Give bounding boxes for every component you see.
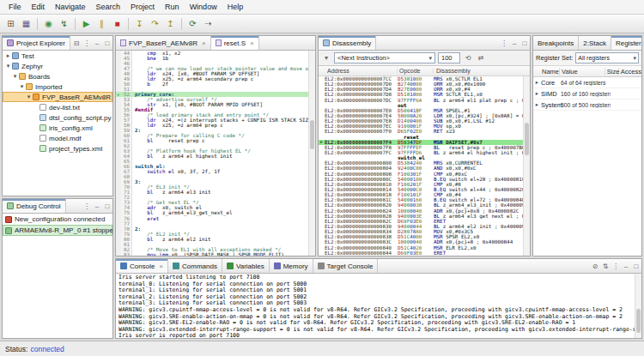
tree-item-project-types-xml[interactable]: project_types.xml	[3, 143, 112, 154]
column-header-value[interactable]: Value	[560, 68, 605, 75]
register-group-core[interactable]: ▸Core64 of 64 registers	[533, 77, 641, 88]
scrollbar-thumb[interactable]	[636, 309, 641, 333]
scrollbar-thumb[interactable]	[310, 120, 314, 149]
close-icon[interactable]: ×	[159, 262, 163, 270]
minimize-icon[interactable]: –	[92, 36, 102, 50]
column-header-name[interactable]: Name	[533, 68, 560, 75]
view-menu-icon[interactable]: ⋮	[499, 36, 509, 50]
console-tab-commands[interactable]: Commands	[168, 259, 222, 273]
clear-console-icon[interactable]: ⊘	[590, 259, 600, 273]
debug-control-header: Debug Control ⋮ – □	[3, 199, 112, 214]
console-scrollbar[interactable]	[635, 274, 641, 338]
step-over-icon[interactable]: ↷	[148, 16, 162, 31]
tree-item-test[interactable]: ▸Test	[3, 51, 112, 61]
console-tab-memory[interactable]: Memory	[270, 259, 313, 273]
code-line[interactable]: 83 mov_imm x0, (SPSR_DAIF_MASK | SPSR_MO…	[116, 252, 315, 256]
menu-run[interactable]: Run	[160, 2, 185, 12]
menu-file[interactable]: File	[3, 2, 27, 12]
column-header-size[interactable]: Size	[605, 68, 619, 75]
expand-toggle-icon[interactable]: ▾	[11, 73, 19, 80]
disassembly-tab[interactable]: Disassembly	[319, 36, 376, 50]
console-tab-variables[interactable]: Variables	[222, 259, 270, 273]
tab-2-stack[interactable]: 2:Stack	[579, 36, 611, 50]
minimize-icon[interactable]: –	[509, 36, 519, 50]
column-header-access[interactable]: Access	[619, 68, 641, 75]
resume-icon[interactable]: ▶	[79, 16, 94, 31]
console-tab-console[interactable]: Console×	[116, 259, 168, 273]
variables-icon	[227, 262, 234, 269]
save-icon[interactable]: ▦	[19, 16, 33, 31]
disassembly-row[interactable]: EL2:0x00000000000007F0D65F02E0RET x23	[319, 129, 530, 134]
view-menu-icon[interactable]: ⋮	[82, 36, 92, 50]
minimize-icon[interactable]: –	[621, 259, 631, 273]
tree-item-model-mdf[interactable]: model.mdf	[3, 133, 112, 143]
expand-toggle-icon[interactable]: ▾	[4, 63, 12, 69]
terminate-icon[interactable]: ■	[110, 16, 125, 31]
history-dropdown-icon[interactable]: ▾	[321, 54, 331, 62]
scroll-lock-icon[interactable]: ⇅	[600, 259, 611, 273]
debug-item-new-configuration-connected[interactable]: New_configuration connected	[3, 214, 112, 225]
disassembly-row[interactable]: EL2:0x00000000000007DC97FFFF6ABL z_arm64…	[319, 98, 530, 103]
tab-registers[interactable]: Registers×	[611, 36, 641, 50]
view-menu-icon[interactable]: ⋮	[611, 259, 621, 273]
collapse-all-icon[interactable]: ⊟	[71, 36, 82, 50]
maximize-icon[interactable]: □	[102, 199, 112, 213]
folder-icon	[19, 73, 26, 80]
step-return-icon[interactable]: ↥	[163, 16, 178, 31]
connect-target-icon[interactable]: ↯	[57, 16, 71, 31]
tree-item-dev-list-txt[interactable]: dev-list.txt	[3, 102, 112, 112]
close-icon[interactable]: ×	[202, 39, 206, 47]
scrollbar-thumb[interactable]	[525, 123, 529, 155]
instruction-count-input[interactable]: 100	[438, 52, 460, 63]
menu-search[interactable]: Search	[91, 2, 126, 12]
expand-toggle-icon[interactable]: ▸	[533, 101, 541, 108]
editor-scrollbar[interactable]	[308, 51, 315, 256]
instruction-stepping-icon[interactable]: ⇢	[201, 16, 216, 31]
expand-toggle-icon[interactable]: ▸	[533, 90, 541, 97]
disassembly-scrollbar[interactable]	[523, 76, 530, 256]
tree-item-fvp-baser-aemv8r[interactable]: ▾FVP_BaseR_AEMv8R	[3, 92, 112, 102]
expand-toggle-icon[interactable]: ▸	[533, 79, 541, 86]
minimize-icon[interactable]: –	[92, 199, 102, 213]
menu-edit[interactable]: Edit	[27, 2, 51, 12]
tree-item-zephyr[interactable]: ▾Zephyr	[3, 61, 112, 71]
console-tab-target-console[interactable]: Target Console	[313, 259, 379, 273]
close-icon[interactable]: ×	[250, 39, 254, 47]
refresh-icon[interactable]: ⟲	[463, 54, 473, 62]
maximize-icon[interactable]: □	[631, 259, 641, 273]
link-with-editor-icon[interactable]: ⇄	[476, 54, 486, 62]
project-explorer-tab[interactable]: Project Explorer	[3, 36, 70, 50]
register-group-system[interactable]: ▸System500 of 500 registers	[533, 100, 641, 111]
menu-window[interactable]: Window	[185, 2, 222, 12]
tree-item-dtsl-config-script-py[interactable]: dtsl_config_script.py	[3, 112, 112, 123]
disassembly-row[interactable]: EL2:0x0000000000000844D69F03E0ERET	[319, 250, 530, 256]
step-into-icon[interactable]: ↧	[132, 16, 147, 31]
debug-icon[interactable]: ◉	[41, 16, 56, 31]
column-header-address[interactable]: Address	[319, 68, 398, 74]
tree-item-boards[interactable]: ▾Boards	[3, 71, 112, 81]
editor-tab-fvp-baser-aemv8r[interactable]: FVP_BaseR_AEMv8R×	[116, 36, 211, 50]
column-header-opcode[interactable]: Opcode	[398, 68, 434, 74]
address-combo[interactable]: <Next Instruction> ▾	[334, 52, 435, 63]
expand-toggle-icon[interactable]: ▾	[18, 83, 26, 90]
expand-toggle-icon[interactable]: ▸	[4, 52, 12, 59]
column-header-disassembly[interactable]: Disassembly	[434, 68, 530, 74]
suspend-icon[interactable]: ∥	[94, 16, 109, 31]
debug-control-tab[interactable]: Debug Control	[3, 199, 66, 213]
tab-breakpoints[interactable]: Breakpoints	[533, 36, 579, 50]
maximize-icon[interactable]: □	[519, 36, 530, 50]
debug-item-armaemv8-r-mp-0-1-stopped-el2h[interactable]: ARMAEMv8-R_MP_0 #1 stopped (EL2h)	[3, 225, 112, 236]
tree-item-iris-config-xml[interactable]: iris_config.xml	[3, 123, 112, 133]
menu-project[interactable]: Project	[125, 2, 160, 12]
register-group-simd[interactable]: ▸SIMD160 of 160 registers	[533, 88, 641, 100]
menu-navigate[interactable]: Navigate	[50, 2, 91, 12]
maximize-icon[interactable]: □	[102, 36, 112, 50]
restart-icon[interactable]: ⟳	[185, 16, 200, 31]
new-icon[interactable]: ⊞	[3, 16, 18, 31]
editor-tab-reset-s[interactable]: reset.S×	[211, 36, 259, 50]
expand-toggle-icon[interactable]: ▾	[25, 94, 33, 100]
menu-help[interactable]: Help	[222, 2, 249, 12]
view-menu-icon[interactable]: ⋮	[82, 199, 92, 213]
register-set-combo[interactable]: All registers ▾	[575, 52, 639, 63]
tree-item-imported[interactable]: ▾Imported	[3, 81, 112, 92]
